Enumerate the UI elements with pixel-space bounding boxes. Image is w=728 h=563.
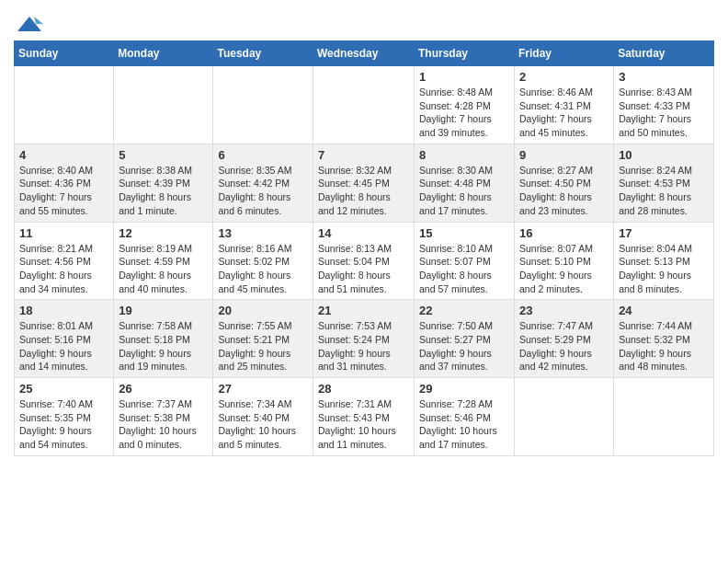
calendar-cell	[515, 378, 614, 456]
day-number: 6	[218, 148, 308, 162]
calendar-cell: 9Sunrise: 8:27 AM Sunset: 4:50 PM Daylig…	[515, 144, 614, 222]
calendar-week-row: 11Sunrise: 8:21 AM Sunset: 4:56 PM Dayli…	[15, 222, 714, 300]
calendar-table: SundayMondayTuesdayWednesdayThursdayFrid…	[14, 40, 714, 456]
calendar-cell: 29Sunrise: 7:28 AM Sunset: 5:46 PM Dayli…	[415, 378, 515, 456]
weekday-header-monday: Monday	[114, 41, 213, 66]
day-info: Sunrise: 7:37 AM Sunset: 5:38 PM Dayligh…	[119, 397, 208, 452]
calendar-week-row: 1Sunrise: 8:48 AM Sunset: 4:28 PM Daylig…	[15, 66, 714, 144]
calendar-cell	[614, 378, 714, 456]
day-number: 15	[419, 226, 509, 240]
day-number: 20	[218, 304, 308, 317]
calendar-cell: 23Sunrise: 7:47 AM Sunset: 5:29 PM Dayli…	[515, 300, 614, 378]
calendar-cell: 13Sunrise: 8:16 AM Sunset: 5:02 PM Dayli…	[213, 222, 313, 300]
calendar-cell: 20Sunrise: 7:55 AM Sunset: 5:21 PM Dayli…	[213, 300, 313, 378]
calendar-cell: 10Sunrise: 8:24 AM Sunset: 4:53 PM Dayli…	[614, 144, 714, 222]
day-info: Sunrise: 8:13 AM Sunset: 5:04 PM Dayligh…	[318, 242, 409, 296]
calendar-cell	[313, 66, 415, 144]
day-number: 3	[619, 70, 709, 84]
weekday-header-saturday: Saturday	[614, 41, 714, 66]
logo	[14, 15, 43, 33]
calendar-cell	[114, 66, 213, 144]
day-info: Sunrise: 8:01 AM Sunset: 5:16 PM Dayligh…	[19, 319, 108, 373]
day-info: Sunrise: 8:16 AM Sunset: 5:02 PM Dayligh…	[218, 242, 308, 296]
day-number: 13	[218, 226, 308, 240]
day-info: Sunrise: 7:53 AM Sunset: 5:24 PM Dayligh…	[318, 319, 409, 373]
calendar-cell: 22Sunrise: 7:50 AM Sunset: 5:27 PM Dayli…	[415, 300, 515, 378]
day-info: Sunrise: 8:07 AM Sunset: 5:10 PM Dayligh…	[519, 242, 609, 296]
day-number: 14	[318, 226, 409, 240]
day-info: Sunrise: 7:50 AM Sunset: 5:27 PM Dayligh…	[419, 319, 509, 373]
calendar-header-row: SundayMondayTuesdayWednesdayThursdayFrid…	[15, 41, 714, 66]
day-info: Sunrise: 8:19 AM Sunset: 4:59 PM Dayligh…	[119, 242, 208, 296]
calendar-cell: 4Sunrise: 8:40 AM Sunset: 4:36 PM Daylig…	[15, 144, 114, 222]
calendar-cell: 26Sunrise: 7:37 AM Sunset: 5:38 PM Dayli…	[114, 378, 213, 456]
calendar-cell: 3Sunrise: 8:43 AM Sunset: 4:33 PM Daylig…	[614, 66, 714, 144]
calendar-cell: 18Sunrise: 8:01 AM Sunset: 5:16 PM Dayli…	[15, 300, 114, 378]
weekday-header-tuesday: Tuesday	[213, 41, 313, 66]
day-info: Sunrise: 8:10 AM Sunset: 5:07 PM Dayligh…	[419, 242, 509, 296]
calendar-cell: 14Sunrise: 8:13 AM Sunset: 5:04 PM Dayli…	[313, 222, 415, 300]
day-info: Sunrise: 8:21 AM Sunset: 4:56 PM Dayligh…	[19, 242, 108, 296]
calendar-cell: 27Sunrise: 7:34 AM Sunset: 5:40 PM Dayli…	[213, 378, 313, 456]
day-number: 8	[419, 148, 509, 162]
calendar-cell: 8Sunrise: 8:30 AM Sunset: 4:48 PM Daylig…	[415, 144, 515, 222]
day-number: 28	[318, 382, 409, 396]
day-number: 22	[419, 304, 509, 317]
day-info: Sunrise: 8:32 AM Sunset: 4:45 PM Dayligh…	[318, 164, 409, 218]
day-number: 26	[119, 382, 208, 396]
day-number: 27	[218, 382, 308, 396]
calendar-cell: 5Sunrise: 8:38 AM Sunset: 4:39 PM Daylig…	[114, 144, 213, 222]
day-info: Sunrise: 7:28 AM Sunset: 5:46 PM Dayligh…	[419, 397, 509, 452]
day-info: Sunrise: 8:27 AM Sunset: 4:50 PM Dayligh…	[519, 164, 609, 218]
day-number: 5	[119, 148, 208, 162]
day-info: Sunrise: 7:40 AM Sunset: 5:35 PM Dayligh…	[19, 397, 108, 452]
calendar-cell: 19Sunrise: 7:58 AM Sunset: 5:18 PM Dayli…	[114, 300, 213, 378]
day-info: Sunrise: 7:58 AM Sunset: 5:18 PM Dayligh…	[119, 319, 208, 373]
day-number: 17	[619, 226, 709, 240]
day-number: 4	[19, 148, 108, 162]
calendar-week-row: 25Sunrise: 7:40 AM Sunset: 5:35 PM Dayli…	[15, 378, 714, 456]
weekday-header-wednesday: Wednesday	[313, 41, 415, 66]
day-info: Sunrise: 8:35 AM Sunset: 4:42 PM Dayligh…	[218, 164, 308, 218]
day-info: Sunrise: 7:55 AM Sunset: 5:21 PM Dayligh…	[218, 319, 308, 373]
day-number: 25	[19, 382, 108, 396]
day-number: 21	[318, 304, 409, 317]
calendar-cell: 21Sunrise: 7:53 AM Sunset: 5:24 PM Dayli…	[313, 300, 415, 378]
day-number: 2	[519, 70, 609, 84]
calendar-cell: 2Sunrise: 8:46 AM Sunset: 4:31 PM Daylig…	[515, 66, 614, 144]
weekday-header-friday: Friday	[515, 41, 614, 66]
calendar-cell: 28Sunrise: 7:31 AM Sunset: 5:43 PM Dayli…	[313, 378, 415, 456]
day-info: Sunrise: 8:30 AM Sunset: 4:48 PM Dayligh…	[419, 164, 509, 218]
day-info: Sunrise: 7:44 AM Sunset: 5:32 PM Dayligh…	[619, 319, 709, 373]
day-number: 12	[119, 226, 208, 240]
calendar-cell: 16Sunrise: 8:07 AM Sunset: 5:10 PM Dayli…	[515, 222, 614, 300]
day-info: Sunrise: 8:43 AM Sunset: 4:33 PM Dayligh…	[619, 86, 709, 140]
day-info: Sunrise: 8:40 AM Sunset: 4:36 PM Dayligh…	[19, 164, 108, 218]
day-number: 23	[519, 304, 609, 317]
calendar-week-row: 18Sunrise: 8:01 AM Sunset: 5:16 PM Dayli…	[15, 300, 714, 378]
calendar-cell: 12Sunrise: 8:19 AM Sunset: 4:59 PM Dayli…	[114, 222, 213, 300]
calendar-cell: 24Sunrise: 7:44 AM Sunset: 5:32 PM Dayli…	[614, 300, 714, 378]
weekday-header-thursday: Thursday	[415, 41, 515, 66]
calendar-cell: 6Sunrise: 8:35 AM Sunset: 4:42 PM Daylig…	[213, 144, 313, 222]
day-number: 18	[19, 304, 108, 317]
day-info: Sunrise: 8:24 AM Sunset: 4:53 PM Dayligh…	[619, 164, 709, 218]
calendar-cell: 11Sunrise: 8:21 AM Sunset: 4:56 PM Dayli…	[15, 222, 114, 300]
day-number: 1	[419, 70, 509, 84]
day-info: Sunrise: 8:46 AM Sunset: 4:31 PM Dayligh…	[519, 86, 609, 140]
weekday-header-sunday: Sunday	[15, 41, 114, 66]
calendar-cell: 7Sunrise: 8:32 AM Sunset: 4:45 PM Daylig…	[313, 144, 415, 222]
day-info: Sunrise: 8:04 AM Sunset: 5:13 PM Dayligh…	[619, 242, 709, 296]
day-number: 16	[519, 226, 609, 240]
header	[14, 9, 714, 33]
day-info: Sunrise: 7:31 AM Sunset: 5:43 PM Dayligh…	[318, 397, 409, 452]
day-number: 9	[519, 148, 609, 162]
calendar-week-row: 4Sunrise: 8:40 AM Sunset: 4:36 PM Daylig…	[15, 144, 714, 222]
calendar-cell: 1Sunrise: 8:48 AM Sunset: 4:28 PM Daylig…	[415, 66, 515, 144]
day-info: Sunrise: 7:34 AM Sunset: 5:40 PM Dayligh…	[218, 397, 308, 452]
day-info: Sunrise: 8:48 AM Sunset: 4:28 PM Dayligh…	[419, 86, 509, 140]
day-number: 19	[119, 304, 208, 317]
calendar-cell: 25Sunrise: 7:40 AM Sunset: 5:35 PM Dayli…	[15, 378, 114, 456]
calendar-cell	[15, 66, 114, 144]
day-number: 11	[19, 226, 108, 240]
